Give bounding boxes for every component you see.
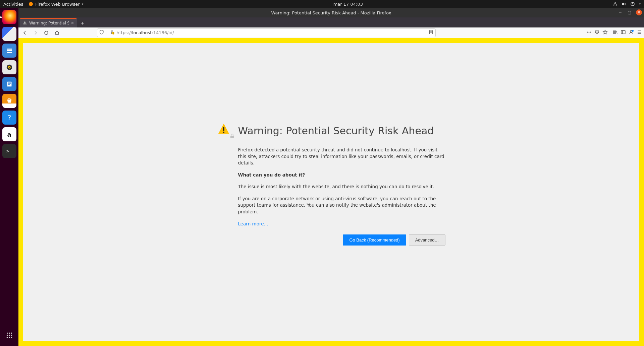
- network-icon[interactable]: [613, 2, 618, 6]
- svg-point-31: [587, 31, 588, 32]
- error-subheading: What can you do about it?: [238, 172, 445, 179]
- reload-button[interactable]: [42, 28, 51, 37]
- svg-point-18: [6, 335, 8, 336]
- warning-icon: [22, 20, 27, 26]
- svg-rect-11: [7, 82, 11, 87]
- svg-point-17: [11, 333, 12, 334]
- dock-amazon[interactable]: a: [2, 127, 16, 141]
- svg-rect-34: [621, 30, 625, 34]
- dock-rhythmbox[interactable]: [2, 60, 16, 74]
- gnome-topbar: Activities Firefox Web Browser ▾ mar 17 …: [0, 0, 644, 8]
- launcher-dock: ? a >_: [0, 8, 18, 346]
- svg-point-20: [11, 335, 12, 336]
- lock-icon: [229, 133, 235, 139]
- error-paragraph: If you are on a corporate network or usi…: [238, 196, 445, 215]
- volume-icon[interactable]: [622, 2, 626, 6]
- lock-warning-icon[interactable]: [110, 30, 114, 36]
- dock-thunderbird[interactable]: [2, 27, 16, 41]
- reader-mode-icon[interactable]: [429, 29, 433, 36]
- window-title: Warning: Potential Security Risk Ahead -…: [271, 10, 391, 15]
- svg-rect-5: [7, 49, 12, 50]
- warning-triangle-icon: [217, 123, 231, 137]
- dock-terminal[interactable]: >_: [2, 144, 16, 158]
- svg-rect-13: [8, 83, 11, 84]
- svg-rect-24: [24, 22, 25, 23]
- pocket-icon[interactable]: [594, 29, 600, 36]
- menu-button[interactable]: [637, 29, 642, 36]
- svg-point-38: [223, 132, 224, 133]
- dock-help[interactable]: ?: [2, 111, 16, 125]
- svg-point-22: [9, 337, 10, 338]
- clock[interactable]: mar 17 04:03: [333, 2, 363, 7]
- power-icon[interactable]: [630, 2, 635, 6]
- svg-point-0: [29, 2, 33, 6]
- svg-rect-29: [113, 33, 114, 34]
- firefox-icon: [29, 2, 33, 6]
- back-button[interactable]: [20, 28, 29, 37]
- tab-strip: Warning: Potential Secur ✕ ＋: [18, 17, 644, 27]
- dock-libreoffice-writer[interactable]: [2, 77, 16, 91]
- dock-firefox[interactable]: [2, 10, 16, 24]
- learn-more-link[interactable]: Learn more…: [238, 221, 269, 226]
- close-button[interactable]: ✕: [636, 9, 642, 15]
- content-area: Warning: Potential Security Risk Ahead F…: [18, 38, 644, 346]
- url-text: https://localhost:14186/id/: [116, 30, 174, 35]
- svg-point-32: [589, 31, 590, 32]
- error-page: Warning: Potential Security Risk Ahead F…: [23, 43, 639, 341]
- error-paragraph: Firefox detected a potential security th…: [238, 147, 445, 166]
- chevron-down-icon: ▾: [82, 2, 84, 6]
- svg-rect-30: [430, 30, 433, 34]
- minimize-button[interactable]: ─: [617, 9, 623, 15]
- svg-rect-25: [24, 24, 25, 24]
- shield-icon[interactable]: [99, 30, 104, 36]
- dock-ubuntu-software[interactable]: [2, 94, 16, 108]
- svg-point-33: [590, 31, 591, 32]
- home-button[interactable]: [53, 28, 61, 37]
- svg-rect-12: [8, 82, 11, 83]
- svg-point-16: [9, 333, 10, 334]
- app-menu-label: Firefox Web Browser: [35, 2, 79, 7]
- chevron-down-icon[interactable]: ▾: [639, 2, 641, 6]
- svg-rect-7: [7, 52, 12, 53]
- tab-title: Warning: Potential Secur: [29, 21, 69, 25]
- svg-rect-39: [230, 136, 234, 138]
- account-icon[interactable]: [629, 29, 634, 36]
- svg-point-36: [632, 30, 634, 32]
- library-icon[interactable]: [612, 29, 618, 36]
- firefox-window: Warning: Potential Security Risk Ahead -…: [18, 8, 644, 346]
- browser-tab[interactable]: Warning: Potential Secur ✕: [20, 18, 77, 27]
- forward-button[interactable]: [31, 28, 40, 37]
- svg-rect-28: [113, 32, 114, 33]
- page-actions-button[interactable]: [586, 29, 592, 36]
- tab-close-button[interactable]: ✕: [71, 21, 74, 25]
- dock-files[interactable]: [2, 44, 16, 58]
- sidebar-icon[interactable]: [621, 29, 626, 36]
- window-titlebar[interactable]: Warning: Potential Security Risk Ahead -…: [18, 8, 644, 17]
- new-tab-button[interactable]: ＋: [78, 19, 87, 27]
- svg-point-21: [6, 337, 8, 338]
- app-menu[interactable]: Firefox Web Browser ▾: [29, 2, 83, 7]
- url-bar[interactable]: | https://localhost:14186/id/: [97, 28, 436, 37]
- svg-rect-6: [7, 50, 12, 51]
- advanced-button[interactable]: Advanced…: [409, 234, 445, 246]
- svg-point-10: [9, 67, 10, 68]
- maximize-button[interactable]: ▢: [627, 9, 633, 15]
- svg-point-15: [6, 333, 8, 334]
- svg-point-19: [9, 335, 10, 336]
- svg-point-23: [11, 337, 12, 338]
- go-back-button[interactable]: Go Back (Recommended): [343, 234, 406, 246]
- error-title: Warning: Potential Security Risk Ahead: [238, 125, 434, 137]
- show-applications-button[interactable]: [6, 332, 13, 341]
- activities-button[interactable]: Activities: [3, 2, 23, 7]
- bookmark-star-icon[interactable]: [602, 29, 608, 36]
- navigation-toolbar: | https://localhost:14186/id/: [18, 27, 644, 38]
- svg-rect-37: [223, 127, 224, 131]
- error-paragraph: The issue is most likely with the websit…: [238, 184, 445, 190]
- svg-rect-14: [8, 84, 10, 85]
